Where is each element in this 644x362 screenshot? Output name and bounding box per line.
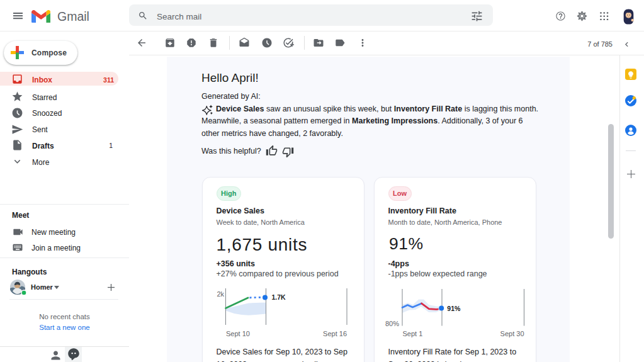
- svg-text:80%: 80%: [385, 320, 399, 327]
- svg-text:Sept 16: Sept 16: [323, 330, 347, 337]
- svg-text:2k: 2k: [217, 290, 224, 298]
- svg-text:Sept 30: Sept 30: [500, 330, 524, 337]
- svg-text:Sept 1: Sept 1: [403, 330, 423, 337]
- svg-text:91%: 91%: [447, 305, 461, 312]
- svg-text:1.7K: 1.7K: [272, 293, 286, 301]
- svg-text:Sept 10: Sept 10: [226, 330, 250, 337]
